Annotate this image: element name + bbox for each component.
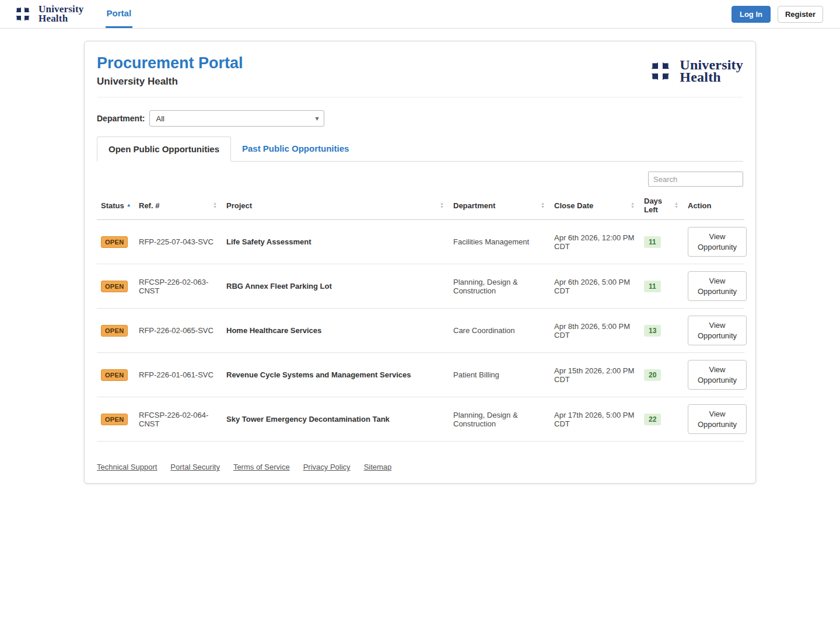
column-header-close-date[interactable]: Close Date ▲▼: [550, 191, 639, 220]
department-cell: Planning, Design & Construction: [449, 264, 550, 309]
search-row: [97, 172, 743, 187]
page-body: Procurement Portal University Health: [0, 29, 840, 484]
footer-link-privacy-policy[interactable]: Privacy Policy: [303, 463, 351, 471]
days-left-badge: 22: [644, 414, 661, 425]
sort-ascending-icon: ▲: [127, 203, 131, 208]
status-badge: OPEN: [101, 281, 128, 292]
brand-logo[interactable]: University Health: [12, 3, 84, 25]
status-badge: OPEN: [101, 325, 128, 337]
footer-link-technical-support[interactable]: Technical Support: [97, 463, 157, 471]
close-date-cell: Apr 17th 2026, 5:00 PM CDT: [550, 397, 639, 442]
table-header-row: Status ▲ Ref. # ▲▼ Project ▲▼: [97, 191, 744, 220]
close-date-cell: Apr 6th 2026, 5:00 PM CDT: [550, 264, 639, 309]
department-cell: Care Coordination: [449, 309, 550, 353]
sort-icon: ▲▼: [440, 202, 444, 209]
days-left-badge: 11: [644, 236, 661, 248]
department-cell: Planning, Design & Construction: [449, 397, 550, 442]
ref-number: RFCSP-226-02-064-CNST: [134, 397, 222, 442]
table-row: OPEN RFP-225-07-043-SVC Life Safety Asse…: [97, 220, 744, 264]
sort-icon: ▲▼: [213, 202, 217, 209]
tab-past-public-opportunities[interactable]: Past Public Opportunities: [231, 136, 360, 161]
top-navbar: University Health Portal Log In Register: [0, 0, 840, 29]
column-label: Close Date: [554, 201, 593, 210]
close-date-cell: Apr 15th 2026, 2:00 PM CDT: [550, 353, 639, 397]
card-footer: Technical Support Portal Security Terms …: [97, 463, 743, 471]
project-name: RBG Annex Fleet Parking Lot: [222, 264, 449, 309]
column-label: Ref. #: [139, 201, 159, 210]
tab-open-public-opportunities[interactable]: Open Public Opportunities: [97, 136, 231, 162]
nav-portal-link[interactable]: Portal: [106, 0, 133, 28]
ref-number: RFCSP-226-02-063-CNST: [134, 264, 222, 309]
table-row: OPEN RFCSP-226-02-064-CNST Sky Tower Eme…: [97, 397, 744, 442]
department-cell: Patient Billing: [449, 353, 550, 397]
ref-number: RFP-226-01-061-SVC: [134, 353, 222, 397]
column-label: Project: [226, 201, 252, 210]
column-header-action: Action: [683, 191, 744, 220]
days-left-badge: 13: [644, 325, 661, 337]
table-row: OPEN RFP-226-02-065-SVC Home Healthcare …: [97, 309, 744, 353]
procurement-portal-card: Procurement Portal University Health: [84, 41, 756, 484]
brand-text-line2: Health: [38, 14, 84, 23]
view-opportunity-button[interactable]: View Opportunity: [688, 316, 747, 345]
view-opportunity-button[interactable]: View Opportunity: [688, 404, 747, 434]
opportunities-table: Status ▲ Ref. # ▲▼ Project ▲▼: [97, 191, 744, 442]
ref-number: RFP-226-02-065-SVC: [134, 309, 222, 353]
column-header-ref[interactable]: Ref. # ▲▼: [134, 191, 222, 220]
register-button[interactable]: Register: [778, 6, 823, 23]
page-title: Procurement Portal: [97, 54, 243, 72]
column-label: Department: [453, 201, 495, 210]
chevron-down-icon: ▾: [315, 115, 318, 122]
university-health-logo-icon: [646, 57, 675, 86]
department-filter-row: Department: All ▾: [97, 110, 743, 127]
footer-link-sitemap[interactable]: Sitemap: [364, 463, 392, 471]
status-badge: OPEN: [101, 414, 128, 425]
opportunity-tabs: Open Public Opportunities Past Public Op…: [97, 136, 743, 162]
project-name: Revenue Cycle Systems and Management Ser…: [222, 353, 449, 397]
status-badge: OPEN: [101, 369, 128, 381]
sort-icon: ▲▼: [541, 202, 545, 209]
department-cell: Facilities Management: [449, 220, 550, 264]
view-opportunity-button[interactable]: View Opportunity: [688, 360, 747, 390]
days-left-badge: 11: [644, 281, 661, 292]
project-name: Home Healthcare Services: [222, 309, 449, 353]
column-label: Status: [101, 201, 124, 210]
card-header: Procurement Portal University Health: [97, 54, 743, 97]
login-button[interactable]: Log In: [732, 6, 771, 23]
sort-icon: ▲▼: [674, 202, 678, 209]
column-label: Action: [688, 201, 711, 210]
footer-link-terms-of-service[interactable]: Terms of Service: [233, 463, 290, 471]
table-body: OPEN RFP-225-07-043-SVC Life Safety Asse…: [97, 220, 744, 442]
column-header-days-left[interactable]: Days Left ▲▼: [639, 191, 683, 220]
sort-icon: ▲▼: [631, 202, 635, 209]
search-input[interactable]: [648, 172, 743, 187]
department-label: Department:: [97, 114, 145, 123]
view-opportunity-button[interactable]: View Opportunity: [688, 227, 747, 257]
university-health-logo-icon: [12, 3, 34, 25]
status-badge: OPEN: [101, 236, 128, 248]
ref-number: RFP-225-07-043-SVC: [134, 220, 222, 264]
days-left-badge: 20: [644, 369, 661, 381]
header-logo: University Health: [646, 57, 743, 86]
department-select-value: All: [156, 114, 164, 123]
column-header-department[interactable]: Department ▲▼: [449, 191, 550, 220]
page-subtitle: University Health: [97, 76, 243, 88]
department-select[interactable]: All ▾: [149, 110, 324, 127]
column-header-project[interactable]: Project ▲▼: [222, 191, 449, 220]
project-name: Sky Tower Emergency Decontamination Tank: [222, 397, 449, 442]
table-row: OPEN RFP-226-01-061-SVC Revenue Cycle Sy…: [97, 353, 744, 397]
navbar-actions: Log In Register: [732, 6, 823, 23]
column-header-status[interactable]: Status ▲: [97, 191, 134, 220]
footer-link-portal-security[interactable]: Portal Security: [170, 463, 220, 471]
table-row: OPEN RFCSP-226-02-063-CNST RBG Annex Fle…: [97, 264, 744, 309]
close-date-cell: Apr 8th 2026, 5:00 PM CDT: [550, 309, 639, 353]
header-logo-line2: Health: [680, 71, 743, 83]
project-name: Life Safety Assessment: [222, 220, 449, 264]
column-label: Days Left: [644, 197, 672, 214]
close-date-cell: Apr 6th 2026, 12:00 PM CDT: [550, 220, 639, 264]
view-opportunity-button[interactable]: View Opportunity: [688, 271, 747, 301]
